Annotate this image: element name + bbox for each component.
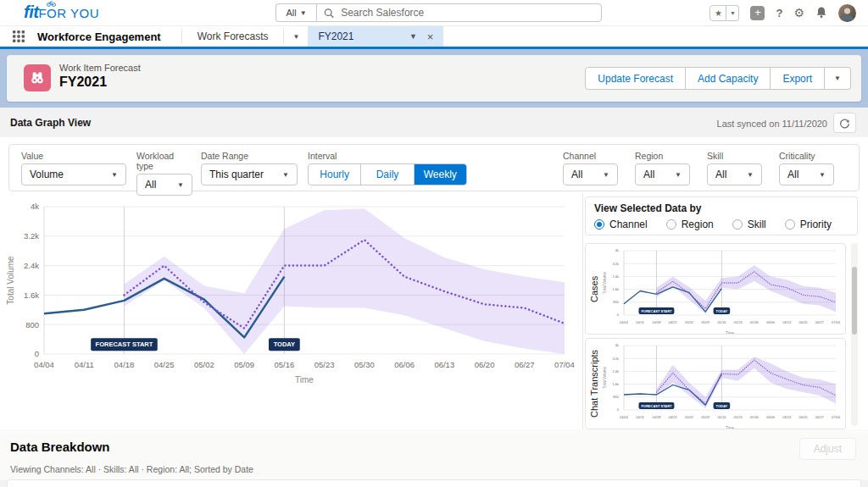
global-actions-button[interactable]: + — [750, 6, 765, 20]
radio-priority[interactable]: Priority — [785, 219, 832, 230]
user-avatar[interactable] — [838, 4, 856, 22]
gear-icon: ⚙ — [793, 6, 804, 19]
filter-date-range: Date Range This quarter▼ — [201, 151, 298, 185]
svg-text:04/25: 04/25 — [669, 415, 678, 419]
svg-text:05/09: 05/09 — [234, 360, 254, 369]
interval-button-group: Hourly Daily Weekly — [308, 163, 467, 185]
svg-text:4k: 4k — [615, 343, 619, 347]
svg-text:1.6k: 1.6k — [612, 287, 619, 291]
search-input[interactable] — [341, 7, 594, 19]
chat-transcripts-chart-card: Chat Transcripts 08001.6k2.4k3.2k4kFOREC… — [585, 338, 846, 429]
chevron-down-icon: ▼ — [834, 75, 841, 82]
svg-text:2.4k: 2.4k — [24, 261, 39, 270]
app-name[interactable]: Workforce Engagement — [37, 26, 181, 47]
next-card-edge — [7, 479, 861, 487]
svg-text:05/02: 05/02 — [194, 360, 214, 369]
app-launcher-button[interactable] — [0, 26, 37, 47]
setup-button[interactable]: ⚙ — [793, 7, 804, 19]
view-selector-options: Channel Region Skill Priority — [594, 219, 849, 230]
region-select[interactable]: All▼ — [635, 163, 690, 185]
chevron-down-icon: ▼ — [730, 10, 736, 16]
export-button[interactable]: Export — [771, 67, 825, 90]
brand-logo[interactable]: fitFOR YOU — [24, 3, 99, 22]
svg-text:05/02: 05/02 — [685, 415, 694, 419]
svg-text:05/16: 05/16 — [717, 415, 726, 419]
add-capacity-button[interactable]: Add Capacity — [686, 67, 771, 90]
section-title: Data Graph View — [10, 117, 91, 129]
svg-text:FORECAST START: FORECAST START — [641, 309, 672, 313]
person-icon — [838, 4, 856, 22]
svg-text:06/27: 06/27 — [815, 320, 825, 324]
criticality-select[interactable]: All▼ — [779, 163, 834, 185]
graph-section-header: Data Graph View Last synced on 11/11/202… — [0, 108, 868, 137]
filter-region: Region All▼ — [635, 151, 690, 185]
chevron-down-icon: ▼ — [282, 171, 289, 179]
svg-text:0: 0 — [617, 313, 620, 317]
search-icon — [324, 8, 334, 19]
chart-zone: 08001.6k2.4k3.2k4kFORECAST STARTTODAY04/… — [0, 193, 868, 429]
radio-channel[interactable]: Channel — [594, 219, 648, 230]
binoculars-icon — [29, 69, 46, 86]
svg-text:04/18: 04/18 — [652, 320, 661, 324]
filter-criticality: Criticality All▼ — [779, 151, 834, 185]
record-banner: Work Item Forecast FY2021 Update Forecas… — [0, 49, 868, 108]
tab-work-forecasts[interactable]: Work Forecasts — [182, 26, 284, 47]
radio-region[interactable]: Region — [666, 219, 714, 230]
favorites-group: ★ ▼ — [709, 5, 739, 21]
radio-skill[interactable]: Skill — [732, 219, 766, 230]
help-button[interactable]: ? — [776, 8, 782, 19]
svg-text:06/06: 06/06 — [394, 360, 415, 369]
filter-workload-type: Workload type All▼ — [136, 151, 192, 196]
filter-skill: Skill All▼ — [707, 151, 762, 185]
more-actions-button[interactable]: ▼ — [825, 67, 851, 90]
last-synced-label: Last synced on 11/11/2020 — [717, 119, 827, 129]
scrollbar-thumb[interactable] — [852, 267, 857, 335]
value-select[interactable]: Volume▼ — [21, 163, 126, 185]
svg-text:04/18: 04/18 — [652, 415, 661, 419]
chevron-down-icon: ▼ — [747, 171, 754, 179]
date-range-select[interactable]: This quarter▼ — [201, 163, 298, 185]
svg-text:Time: Time — [295, 375, 314, 385]
close-icon[interactable]: × — [427, 30, 434, 43]
star-icon: ★ — [715, 8, 722, 18]
search-scope-picker[interactable]: All ▼ — [275, 3, 316, 22]
view-selector-card: View Selected Data by Channel Region Ski… — [585, 196, 858, 235]
refresh-button[interactable] — [833, 113, 856, 133]
svg-text:2.4k: 2.4k — [612, 369, 619, 374]
filter-channel: Channel All▼ — [563, 151, 618, 185]
cases-chart-card: Cases 08001.6k2.4k3.2k4kFORECAST STARTTO… — [585, 243, 846, 335]
interval-weekly-button[interactable]: Weekly — [414, 164, 466, 185]
svg-text:06/06: 06/06 — [766, 415, 776, 419]
channel-select[interactable]: All▼ — [563, 163, 618, 185]
svg-text:TODAY: TODAY — [716, 309, 728, 313]
tab-menu-button[interactable]: ▼ — [284, 26, 308, 47]
chevron-down-icon: ▼ — [300, 9, 307, 17]
page-title: FY2021 — [59, 75, 141, 90]
interval-daily-button[interactable]: Daily — [360, 164, 413, 185]
bicycle-icon — [47, 0, 56, 7]
svg-text:04/11: 04/11 — [636, 320, 644, 324]
view-selector-title: View Selected Data by — [594, 202, 849, 214]
svg-text:3.2k: 3.2k — [24, 231, 39, 241]
chevron-down-icon: ▼ — [603, 171, 609, 179]
skill-select[interactable]: All▼ — [707, 163, 762, 185]
svg-text:4k: 4k — [31, 202, 39, 211]
brand-logo-bold: fit — [24, 3, 38, 21]
tab-fy2021-active[interactable]: FY2021 ▼ × — [308, 26, 443, 47]
svg-text:2.4k: 2.4k — [612, 274, 619, 279]
radio-icon — [732, 219, 743, 230]
svg-text:04/18: 04/18 — [114, 360, 135, 369]
favorite-star-button[interactable]: ★ — [709, 5, 726, 21]
chevron-down-icon[interactable]: ▼ — [409, 32, 417, 41]
update-forecast-button[interactable]: Update Forecast — [585, 67, 686, 90]
svg-text:06/27: 06/27 — [815, 415, 825, 419]
svg-text:05/23: 05/23 — [314, 360, 335, 369]
adjust-button[interactable]: Adjust — [799, 438, 856, 460]
svg-text:3.2k: 3.2k — [612, 357, 619, 361]
record-type-label: Work Item Forecast — [59, 63, 141, 73]
svg-text:800: 800 — [25, 320, 39, 329]
interval-hourly-button[interactable]: Hourly — [309, 164, 360, 185]
notifications-button[interactable] — [815, 6, 827, 20]
favorites-menu-button[interactable]: ▼ — [726, 5, 739, 21]
svg-text:06/13: 06/13 — [782, 320, 792, 324]
